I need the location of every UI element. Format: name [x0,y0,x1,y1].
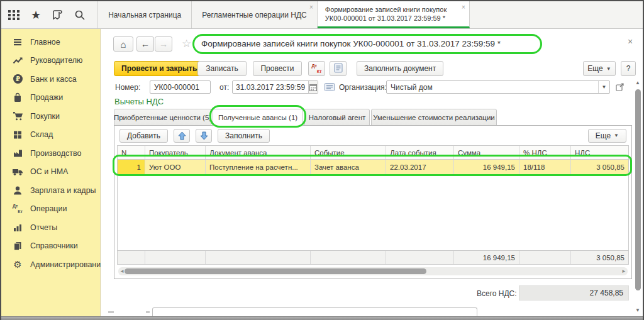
tab-home-page[interactable]: Начальная страница [97,1,192,28]
save-button[interactable]: Записать [197,61,247,76]
sidebar-item-label: Банк и касса [30,75,77,84]
post-button[interactable]: Провести [253,61,302,76]
column-header[interactable]: N [118,146,145,159]
list-icon[interactable] [323,82,335,92]
tab-label: Регламентные операции НДС [202,11,307,19]
cell-vat: 3 050,85 [571,160,628,175]
move-up-button[interactable] [174,129,190,143]
grid-totals-row: 16 949,15 3 050,85 [118,250,628,264]
apps-grid-icon[interactable] [8,8,21,21]
tab-acquired-values[interactable]: Приобретенные ценности (5) [114,109,211,126]
warehouse-icon [12,129,23,140]
column-header[interactable]: Покупатель [145,146,206,159]
close-icon[interactable]: × [309,4,313,11]
home-button[interactable]: ⌂ [113,36,133,52]
barchart-icon [12,222,23,233]
move-down-button[interactable] [196,129,212,143]
books-icon [12,240,23,251]
open-link-icon[interactable] [614,82,625,92]
table-row[interactable]: 1 Уют ООО Поступление на расчетн... Заче… [118,160,628,175]
tab-label: Начальная страница [108,11,181,19]
help-button[interactable]: ? [621,61,636,76]
column-header[interactable]: НДС [571,146,628,159]
column-header[interactable]: Событие [311,146,386,159]
sidebar-item-warehouse[interactable]: Склад [1,126,100,145]
grid-more-button[interactable]: Еще▼ [588,129,626,143]
date-input[interactable]: 31.03.2017 23:59:59 [232,80,318,94]
chevron-down-icon[interactable]: ▼ [598,81,609,93]
favorites-star-icon[interactable]: ★ [31,9,41,21]
column-header[interactable]: % НДС [519,146,571,159]
cell-event-date: 22.03.2017 [386,160,454,175]
column-header[interactable]: Дата события [386,146,454,159]
sidebar-item-label: Производство [30,149,82,158]
more-button[interactable]: Еще▼ [583,61,616,76]
document-structure-button[interactable] [330,61,347,76]
arrow-right-icon: → [159,39,168,49]
close-icon[interactable]: × [628,37,633,46]
calendar-icon[interactable] [308,81,318,93]
scroll-up-icon[interactable]: ▲ [635,80,640,86]
vertical-scrollbar[interactable]: ▲ ▼ [634,79,642,313]
history-icon[interactable] [51,9,64,21]
scroll-left-icon[interactable]: ◄ [119,268,125,274]
column-header[interactable]: Сумма [454,146,519,159]
sidebar-item-bank-cash[interactable]: ₽ Банк и касса [1,70,100,89]
fill-document-button[interactable]: Заполнить документ [357,61,443,76]
factory-icon [12,148,23,159]
sidebar-item-purchases[interactable]: Покупки [1,107,100,126]
sidebar-item-directories[interactable]: Справочники [1,237,100,256]
grid-panel: Добавить Заполнить Еще▼ N Покупатель Док… [114,125,632,279]
tab-received-advances[interactable]: Полученные авансы (1) [213,109,303,126]
vat-total-label: Всего НДС: [477,289,517,298]
tab-tax-agent[interactable]: Налоговый агент [304,109,370,126]
favorite-star-icon[interactable]: ☆ [182,38,191,49]
person-icon [12,185,23,196]
grid-header-row: N Покупатель Документ аванса Событие Дат… [118,146,628,160]
top-tab-bar: ★ Начальная страница Регламентные операц… [1,1,643,29]
arrow-left-icon: ← [141,39,150,49]
horizontal-scrollbar[interactable]: ◄ ► [118,267,628,275]
scrollbar-thumb[interactable] [635,89,641,290]
tab-vat-regulated-operations[interactable]: Регламентные операции НДС × [192,1,318,28]
topbar-icons: ★ [1,1,97,28]
grid-empty-area [118,175,628,250]
tab-sale-cost-reduction[interactable]: Уменьшение стоимости реализации [371,109,497,126]
sidebar-item-label: Продажи [30,93,63,102]
sidebar-item-manager[interactable]: Руководителю [1,52,100,70]
sidebar-item-payroll-hr[interactable]: Зарплата и кадры [1,181,100,200]
truck-icon [12,166,23,177]
post-and-close-button[interactable]: Провести и закрыть [114,61,204,76]
column-header[interactable]: Документ аванса [206,146,311,159]
scroll-down-icon[interactable]: ▼ [635,308,640,313]
section-title: Вычеты НДС [114,97,164,106]
cell-event: Зачет аванса [311,160,386,175]
search-icon[interactable] [74,9,86,21]
forward-button[interactable]: → [155,36,172,52]
sidebar-item-reports[interactable]: Отчеты [1,218,100,237]
arrow-down-icon [200,131,208,140]
organization-select[interactable]: Чистый дом ▼ [386,80,610,94]
chevron-down-icon: ▼ [614,133,619,138]
sidebar-item-main[interactable]: Главное [1,33,100,52]
sidebar-item-label: Зарплата и кадры [30,186,96,195]
scroll-right-icon[interactable]: ► [621,268,626,274]
back-button[interactable]: ← [136,36,154,52]
sidebar-item-operations[interactable]: ДтКт Операции [1,200,100,219]
sidebar-item-production[interactable]: Производство [1,144,100,163]
fill-button[interactable]: Заполнить [218,129,270,143]
sidebar-item-administration[interactable]: ⚙ Администрирование [1,255,100,274]
show-postings-button[interactable]: ДтКт [308,61,325,76]
totals-sum: 16 949,15 [454,251,519,264]
sidebar-item-fixed-assets[interactable]: ОС и НМА [1,163,100,182]
add-row-button[interactable]: Добавить [119,129,168,143]
chevron-down-icon: ▼ [606,66,611,72]
close-icon[interactable]: × [462,4,465,11]
sidebar-item-label: Покупки [30,112,60,121]
scrollbar-thumb[interactable] [125,268,426,274]
number-input[interactable] [150,80,211,94]
bag-icon [12,92,23,103]
trend-icon [12,55,23,66]
tab-purchase-book-document[interactable]: Формирование записей книги покупок УК00-… [318,1,470,28]
sidebar-item-sales[interactable]: Продажи [1,89,100,108]
